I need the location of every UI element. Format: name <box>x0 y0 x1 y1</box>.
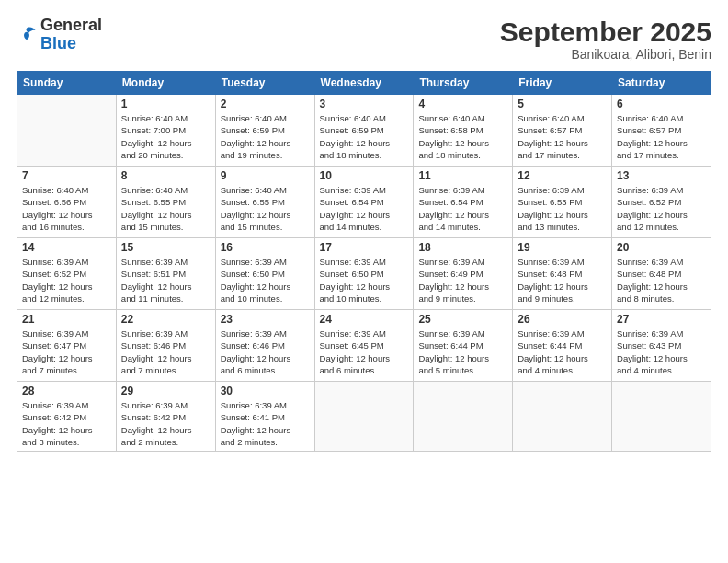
col-sunday: Sunday <box>17 72 117 95</box>
cell-info: Sunrise: 6:40 AM Sunset: 6:59 PM Dayligh… <box>221 112 310 161</box>
cell-info: Sunrise: 6:39 AM Sunset: 6:45 PM Dayligh… <box>320 327 409 376</box>
logo: General Blue <box>17 17 102 53</box>
day-number: 21 <box>22 313 111 326</box>
cell-info: Sunrise: 6:39 AM Sunset: 6:46 PM Dayligh… <box>221 327 310 376</box>
col-thursday: Thursday <box>414 72 513 95</box>
cell-info: Sunrise: 6:39 AM Sunset: 6:41 PM Dayligh… <box>221 399 310 448</box>
table-row: 1Sunrise: 6:40 AM Sunset: 7:00 PM Daylig… <box>116 95 215 167</box>
table-row: 24Sunrise: 6:39 AM Sunset: 6:45 PM Dayli… <box>314 310 414 382</box>
cell-info: Sunrise: 6:39 AM Sunset: 6:50 PM Dayligh… <box>221 256 310 304</box>
table-row: 16Sunrise: 6:39 AM Sunset: 6:50 PM Dayli… <box>215 238 314 310</box>
day-number: 18 <box>418 241 507 254</box>
cell-info: Sunrise: 6:40 AM Sunset: 6:57 PM Dayligh… <box>617 112 706 161</box>
day-number: 25 <box>418 313 507 326</box>
day-number: 1 <box>121 98 210 110</box>
cell-info: Sunrise: 6:39 AM Sunset: 6:54 PM Dayligh… <box>320 184 409 233</box>
cell-info: Sunrise: 6:39 AM Sunset: 6:54 PM Dayligh… <box>418 184 507 233</box>
header: General Blue September 2025 Banikoara, A… <box>17 17 711 62</box>
cell-info: Sunrise: 6:39 AM Sunset: 6:53 PM Dayligh… <box>518 184 607 233</box>
day-number: 15 <box>121 241 210 254</box>
cell-info: Sunrise: 6:40 AM Sunset: 6:55 PM Dayligh… <box>121 184 210 233</box>
table-row <box>314 382 414 452</box>
col-wednesday: Wednesday <box>314 72 414 95</box>
cell-info: Sunrise: 6:40 AM Sunset: 6:59 PM Dayligh… <box>320 112 409 161</box>
calendar-table: Sunday Monday Tuesday Wednesday Thursday… <box>17 71 711 452</box>
table-row: 26Sunrise: 6:39 AM Sunset: 6:44 PM Dayli… <box>513 310 612 382</box>
table-row: 27Sunrise: 6:39 AM Sunset: 6:43 PM Dayli… <box>612 310 711 382</box>
day-number: 10 <box>320 169 409 182</box>
cell-info: Sunrise: 6:39 AM Sunset: 6:47 PM Dayligh… <box>22 327 111 376</box>
table-row: 6Sunrise: 6:40 AM Sunset: 6:57 PM Daylig… <box>612 95 711 167</box>
table-row: 22Sunrise: 6:39 AM Sunset: 6:46 PM Dayli… <box>116 310 215 382</box>
table-row: 21Sunrise: 6:39 AM Sunset: 6:47 PM Dayli… <box>17 310 117 382</box>
cell-info: Sunrise: 6:40 AM Sunset: 7:00 PM Dayligh… <box>121 112 210 161</box>
day-number: 22 <box>121 313 210 326</box>
day-number: 20 <box>617 241 706 254</box>
day-number: 7 <box>22 169 111 182</box>
table-row: 12Sunrise: 6:39 AM Sunset: 6:53 PM Dayli… <box>513 167 612 238</box>
day-number: 24 <box>320 313 409 326</box>
cell-info: Sunrise: 6:39 AM Sunset: 6:44 PM Dayligh… <box>518 327 607 376</box>
day-number: 9 <box>221 169 310 182</box>
day-number: 16 <box>221 241 310 254</box>
cell-info: Sunrise: 6:40 AM Sunset: 6:58 PM Dayligh… <box>418 112 507 161</box>
table-row <box>17 95 117 167</box>
day-number: 2 <box>221 98 310 110</box>
day-number: 13 <box>617 169 706 182</box>
col-friday: Friday <box>513 72 612 95</box>
table-row: 11Sunrise: 6:39 AM Sunset: 6:54 PM Dayli… <box>414 167 513 238</box>
table-row: 25Sunrise: 6:39 AM Sunset: 6:44 PM Dayli… <box>414 310 513 382</box>
day-number: 12 <box>518 169 607 182</box>
col-tuesday: Tuesday <box>215 72 314 95</box>
day-number: 4 <box>418 98 507 110</box>
logo-bird-icon <box>17 25 37 45</box>
page: General Blue September 2025 Banikoara, A… <box>0 0 728 563</box>
day-number: 28 <box>22 385 111 397</box>
table-row: 18Sunrise: 6:39 AM Sunset: 6:49 PM Dayli… <box>414 238 513 310</box>
cell-info: Sunrise: 6:39 AM Sunset: 6:42 PM Dayligh… <box>22 399 111 448</box>
day-number: 27 <box>617 313 706 326</box>
cell-info: Sunrise: 6:39 AM Sunset: 6:52 PM Dayligh… <box>617 184 706 233</box>
day-number: 3 <box>320 98 409 110</box>
day-number: 26 <box>518 313 607 326</box>
col-monday: Monday <box>116 72 215 95</box>
cell-info: Sunrise: 6:39 AM Sunset: 6:48 PM Dayligh… <box>617 256 706 304</box>
day-number: 14 <box>22 241 111 254</box>
col-saturday: Saturday <box>612 72 711 95</box>
table-row: 10Sunrise: 6:39 AM Sunset: 6:54 PM Dayli… <box>314 167 414 238</box>
table-row: 13Sunrise: 6:39 AM Sunset: 6:52 PM Dayli… <box>612 167 711 238</box>
cell-info: Sunrise: 6:39 AM Sunset: 6:49 PM Dayligh… <box>418 256 507 304</box>
day-number: 8 <box>121 169 210 182</box>
table-row <box>414 382 513 452</box>
title-block: September 2025 Banikoara, Alibori, Benin <box>500 17 711 62</box>
month-title: September 2025 <box>500 17 711 47</box>
table-row: 15Sunrise: 6:39 AM Sunset: 6:51 PM Dayli… <box>116 238 215 310</box>
table-row: 4Sunrise: 6:40 AM Sunset: 6:58 PM Daylig… <box>414 95 513 167</box>
table-row: 2Sunrise: 6:40 AM Sunset: 6:59 PM Daylig… <box>215 95 314 167</box>
calendar-header-row: Sunday Monday Tuesday Wednesday Thursday… <box>17 72 711 95</box>
day-number: 11 <box>418 169 507 182</box>
cell-info: Sunrise: 6:39 AM Sunset: 6:42 PM Dayligh… <box>121 399 210 448</box>
table-row: 29Sunrise: 6:39 AM Sunset: 6:42 PM Dayli… <box>116 382 215 452</box>
table-row: 17Sunrise: 6:39 AM Sunset: 6:50 PM Dayli… <box>314 238 414 310</box>
table-row: 23Sunrise: 6:39 AM Sunset: 6:46 PM Dayli… <box>215 310 314 382</box>
day-number: 23 <box>221 313 310 326</box>
cell-info: Sunrise: 6:39 AM Sunset: 6:48 PM Dayligh… <box>518 256 607 304</box>
cell-info: Sunrise: 6:40 AM Sunset: 6:55 PM Dayligh… <box>221 184 310 233</box>
cell-info: Sunrise: 6:39 AM Sunset: 6:46 PM Dayligh… <box>121 327 210 376</box>
table-row: 14Sunrise: 6:39 AM Sunset: 6:52 PM Dayli… <box>17 238 117 310</box>
day-number: 30 <box>221 385 310 397</box>
logo-general: General <box>40 16 102 34</box>
table-row: 20Sunrise: 6:39 AM Sunset: 6:48 PM Dayli… <box>612 238 711 310</box>
cell-info: Sunrise: 6:39 AM Sunset: 6:44 PM Dayligh… <box>418 327 507 376</box>
day-number: 29 <box>121 385 210 397</box>
cell-info: Sunrise: 6:39 AM Sunset: 6:52 PM Dayligh… <box>22 256 111 304</box>
logo-text: General Blue <box>40 17 102 53</box>
table-row: 28Sunrise: 6:39 AM Sunset: 6:42 PM Dayli… <box>17 382 117 452</box>
cell-info: Sunrise: 6:39 AM Sunset: 6:51 PM Dayligh… <box>121 256 210 304</box>
calendar-body: 1Sunrise: 6:40 AM Sunset: 7:00 PM Daylig… <box>17 95 711 452</box>
cell-info: Sunrise: 6:40 AM Sunset: 6:57 PM Dayligh… <box>518 112 607 161</box>
cell-info: Sunrise: 6:39 AM Sunset: 6:43 PM Dayligh… <box>617 327 706 376</box>
day-number: 6 <box>617 98 706 110</box>
table-row: 5Sunrise: 6:40 AM Sunset: 6:57 PM Daylig… <box>513 95 612 167</box>
